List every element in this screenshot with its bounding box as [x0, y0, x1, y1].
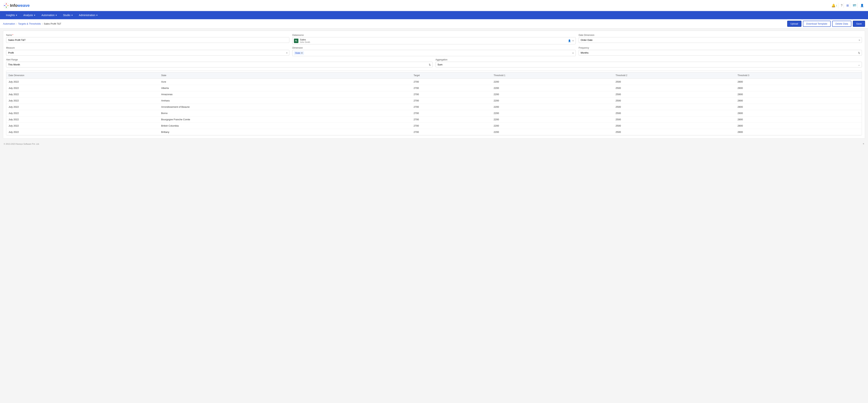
cell-state-0: Acre: [159, 79, 411, 85]
form-row-3: Alert Range This Month Last Month This Q…: [6, 58, 862, 67]
cell-target-4: 2700: [411, 104, 491, 110]
frequency-select[interactable]: Months Days Weeks Quarters Years: [579, 50, 862, 56]
automation-dropdown-arrow: ▼: [55, 14, 57, 16]
datasource-user: John Smith: [300, 41, 566, 43]
name-required: *: [12, 34, 13, 36]
cell-t2-1: 2500: [613, 85, 736, 91]
cell-target-0: 2700: [411, 79, 491, 85]
datasource-info: Sales John Smith: [300, 38, 566, 43]
cell-t1-1: 2200: [491, 85, 613, 91]
delete-data-button[interactable]: Delete Data: [832, 21, 851, 27]
nav-insights-label: Insights: [6, 14, 15, 16]
measure-clear-icon[interactable]: ✕: [286, 52, 288, 54]
breadcrumb-targets[interactable]: Targets & Thresholds: [18, 22, 41, 25]
cell-t2-2: 2500: [613, 91, 736, 98]
date-dimension-input[interactable]: [579, 37, 862, 43]
download-template-button[interactable]: Download Template: [803, 21, 831, 27]
logo: Info weave: [3, 2, 30, 9]
cell-t3-8: 2800: [735, 129, 857, 135]
datasource-name: Sales: [300, 38, 566, 41]
cell-t2-4: 2500: [613, 104, 736, 110]
data-table-container: Date Dimension State Target Threshold 1 …: [6, 70, 862, 135]
cell-date-6: July 2022: [6, 116, 159, 123]
notification-icon-wrapper[interactable]: 🔔 1: [830, 3, 838, 8]
cell-t3-0: 2800: [735, 79, 857, 85]
col-header-threshold3: Threshold 3: [735, 72, 857, 79]
form-row-2: Measure ✕ Dimension State ✕ ✕ Frequency …: [6, 46, 862, 56]
dimension-tags-input[interactable]: State ✕ ✕: [292, 50, 576, 56]
cell-action-3: [857, 98, 862, 104]
col-header-state: State: [159, 72, 411, 79]
grid-icon-wrapper[interactable]: ⊞: [845, 3, 850, 8]
nav-item-studio[interactable]: Studio ▼: [60, 11, 76, 19]
insights-dropdown-arrow: ▼: [16, 14, 18, 16]
administration-dropdown-arrow: ▼: [96, 14, 98, 16]
nav-item-insights[interactable]: Insights ▼: [3, 11, 20, 19]
table-row: July 2022 Brittany 2700 2200 2500 2800: [6, 129, 862, 135]
breadcrumb-automation[interactable]: Automation: [3, 22, 15, 25]
cell-t1-3: 2200: [491, 98, 613, 104]
save-button[interactable]: Save: [853, 21, 865, 27]
cell-t1-5: 2200: [491, 110, 613, 116]
cell-t1-0: 2200: [491, 79, 613, 85]
cell-t1-4: 2200: [491, 104, 613, 110]
cell-target-6: 2700: [411, 116, 491, 123]
cell-action-5: [857, 110, 862, 116]
dimension-label: Dimension: [292, 46, 576, 49]
cell-t3-4: 2800: [735, 104, 857, 110]
help-icon-wrapper[interactable]: ?: [840, 3, 844, 8]
cell-state-8: Brittany: [159, 129, 411, 135]
cell-action-1: [857, 85, 862, 91]
cell-t3-6: 2800: [735, 116, 857, 123]
cell-state-4: Arrondissement of Beaune: [159, 104, 411, 110]
cell-date-3: July 2022: [6, 98, 159, 104]
cell-date-1: July 2022: [6, 85, 159, 91]
user-rect-icon-wrapper[interactable]: 🪪: [851, 3, 858, 8]
alert-range-field: Alert Range This Month Last Month This Q…: [6, 58, 433, 67]
measure-label: Measure: [6, 46, 289, 49]
breadcrumb: Automation › Targets & Thresholds › Sale…: [3, 22, 61, 25]
cell-t3-7: 2800: [735, 123, 857, 129]
table-header-row: Date Dimension State Target Threshold 1 …: [6, 72, 862, 79]
excel-icon: XL: [294, 39, 299, 43]
tag-state-close[interactable]: ✕: [301, 52, 303, 54]
top-header: Info weave 🔔 1 ? ⊞ 🪪 👤: [0, 0, 868, 11]
cell-t2-7: 2500: [613, 123, 736, 129]
cell-state-3: Amhara: [159, 98, 411, 104]
nav-item-administration[interactable]: Administration ▼: [76, 11, 101, 19]
studio-dropdown-arrow: ▼: [71, 14, 73, 16]
datasource-input[interactable]: XL Sales John Smith 👤 ✕: [292, 37, 576, 44]
aggregation-select-wrapper: Sum Average Count Max Min: [436, 62, 862, 67]
cell-action-6: [857, 116, 862, 123]
cell-action-0: [857, 79, 862, 85]
cell-target-7: 2700: [411, 123, 491, 129]
nav-item-automation[interactable]: Automation ▼: [38, 11, 60, 19]
breadcrumb-bar: Automation › Targets & Thresholds › Sale…: [0, 19, 868, 29]
user-circle-icon-wrapper[interactable]: 👤: [859, 3, 865, 8]
datasource-clear-icon[interactable]: ✕: [572, 39, 574, 42]
cell-t3-5: 2800: [735, 110, 857, 116]
upload-button[interactable]: Upload: [787, 21, 801, 27]
col-header-actions: [857, 72, 862, 79]
aggregation-select[interactable]: Sum Average Count Max Min: [436, 62, 862, 67]
name-input[interactable]: [6, 37, 289, 43]
header-icons: 🔔 1 ? ⊞ 🪪 👤: [830, 3, 865, 8]
nav-automation-label: Automation: [41, 14, 55, 16]
user-rect-icon: 🪪: [852, 4, 856, 7]
alert-range-select[interactable]: This Month Last Month This Quarter This …: [6, 62, 433, 67]
cell-target-1: 2700: [411, 85, 491, 91]
cell-target-8: 2700: [411, 129, 491, 135]
footer: © 2013-2023 Noesys Software Pvt. Ltd. ✳: [0, 141, 868, 147]
alert-range-select-wrapper: This Month Last Month This Quarter This …: [6, 62, 433, 67]
table-row: July 2022 Bourgogne Franche Comte 2700 2…: [6, 116, 862, 123]
logo-info-text: Info: [10, 3, 18, 8]
dimension-clear-icon[interactable]: ✕: [572, 52, 574, 55]
cell-t2-5: 2500: [613, 110, 736, 116]
cell-state-2: Amazonas: [159, 91, 411, 98]
analysis-dropdown-arrow: ▼: [34, 14, 35, 16]
measure-input[interactable]: [6, 50, 289, 56]
alert-range-label: Alert Range: [6, 58, 433, 61]
nav-item-analysis[interactable]: Analysis ▼: [20, 11, 38, 19]
date-dimension-clear-icon[interactable]: ✕: [858, 39, 861, 41]
frequency-label: Frequency: [579, 46, 862, 49]
